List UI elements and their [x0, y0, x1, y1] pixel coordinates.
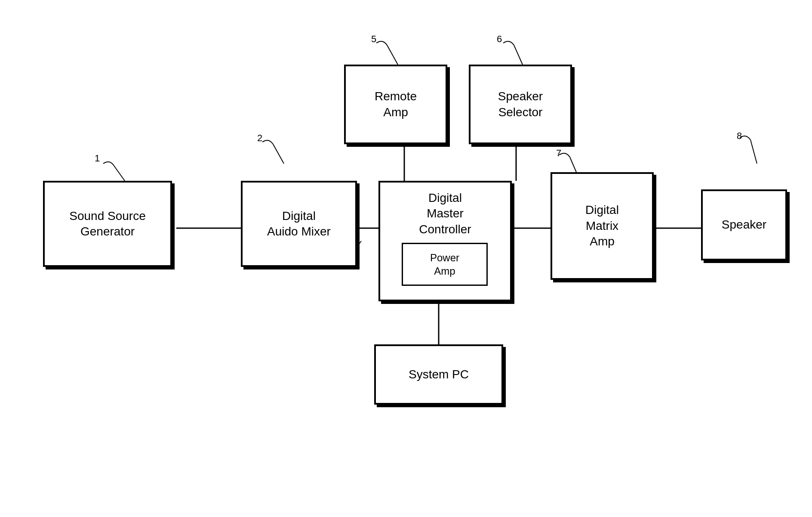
digital-master-controller-block: DigitalMasterController PowerAmp — [378, 181, 512, 301]
digital-matrix-amp-label: DigitalMatrixAmp — [585, 202, 619, 249]
svg-line-7 — [114, 166, 125, 181]
sound-source-generator-label: Sound SourceGenerator — [69, 208, 145, 240]
digital-master-controller-label: DigitalMasterController — [380, 190, 510, 237]
remote-amp-block: RemoteAmp — [344, 65, 447, 144]
sound-source-generator-block: Sound SourceGenerator — [43, 181, 172, 267]
label-6: 6 — [497, 34, 502, 45]
speaker-block: Speaker — [701, 189, 787, 260]
label-5: 5 — [371, 34, 376, 45]
svg-line-8 — [273, 144, 284, 164]
digital-audio-mixer-label: DigitalAuido Mixer — [267, 208, 331, 240]
digital-matrix-amp-block: DigitalMatrixAmp — [551, 172, 654, 280]
label-2: 2 — [257, 133, 262, 144]
system-pc-label: System PC — [409, 367, 469, 382]
svg-line-14 — [750, 140, 757, 164]
label-8: 8 — [737, 130, 742, 142]
power-amp-label: PowerAmp — [430, 251, 459, 278]
speaker-selector-block: SpeakerSelector — [469, 65, 572, 144]
svg-line-13 — [570, 157, 576, 172]
system-pc-block: System PC — [374, 344, 503, 405]
svg-line-11 — [387, 45, 398, 65]
speaker-selector-label: SpeakerSelector — [498, 89, 543, 120]
label-7: 7 — [556, 148, 561, 159]
svg-line-12 — [514, 45, 523, 65]
remote-amp-label: RemoteAmp — [375, 89, 417, 120]
power-amp-block: PowerAmp — [402, 243, 488, 286]
diagram: 1 2 3 4 5 6 7 8 9 Sound SourceGenerator … — [0, 0, 812, 517]
label-1: 1 — [95, 153, 100, 164]
digital-audio-mixer-block: DigitalAuido Mixer — [241, 181, 357, 267]
speaker-label: Speaker — [722, 217, 766, 232]
